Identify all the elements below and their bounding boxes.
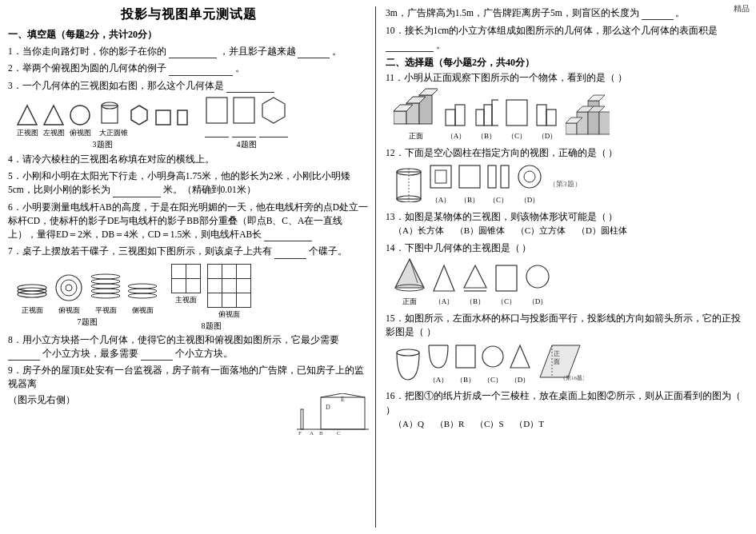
svg-rect-6 bbox=[156, 110, 170, 125]
svg-point-68 bbox=[524, 171, 535, 182]
q7-blank bbox=[274, 248, 306, 259]
q15-c-label: （C） bbox=[482, 375, 504, 386]
svg-rect-56 bbox=[599, 112, 610, 134]
q11-choiceA: （A） bbox=[444, 98, 468, 142]
q4-side-icon bbox=[232, 96, 256, 125]
q1-blank2 bbox=[298, 47, 330, 58]
svg-point-19 bbox=[91, 284, 120, 289]
hexagon-icon bbox=[128, 104, 150, 126]
q14-b-icon bbox=[462, 264, 488, 293]
svg-marker-72 bbox=[434, 265, 454, 291]
q3-figures: 正视图 左视图 俯视图 大正圆锥 3题图 bbox=[16, 101, 189, 150]
q15-d-icon bbox=[509, 342, 531, 371]
svg-rect-62 bbox=[430, 165, 451, 188]
q14-choiceC: （C） bbox=[494, 264, 518, 308]
svg-text:A: A bbox=[310, 430, 314, 436]
svg-marker-10 bbox=[262, 98, 285, 123]
q7-right-icon bbox=[126, 262, 158, 302]
svg-point-2 bbox=[70, 106, 90, 125]
triangle1-icon bbox=[16, 104, 38, 126]
svg-marker-69 bbox=[395, 259, 424, 288]
q15-d-label: （D） bbox=[509, 375, 531, 386]
q11-b-label: （B） bbox=[474, 131, 498, 142]
svg-rect-75 bbox=[496, 265, 517, 291]
svg-rect-50 bbox=[566, 123, 577, 134]
svg-marker-55 bbox=[588, 95, 605, 101]
right-column: 3m，广告牌高为1.5m，广告牌距离房子5m，则盲区的长度为 。 10．接长为1… bbox=[382, 6, 748, 528]
q7-figures: 正视面 俯视面 bbox=[16, 262, 158, 328]
q7-caption: 7题图 bbox=[16, 317, 158, 328]
q14-pyramid-icon bbox=[394, 257, 426, 293]
svg-rect-48 bbox=[537, 105, 546, 126]
circle-icon bbox=[69, 104, 91, 126]
q8-blank2 bbox=[141, 349, 173, 361]
q1-text: 1．当你走向路灯时，你的影子在你的 bbox=[8, 46, 166, 56]
q4-top-icon bbox=[259, 96, 288, 125]
svg-line-26 bbox=[321, 393, 342, 397]
q9-right-blank bbox=[642, 9, 674, 20]
q14-b-label: （B） bbox=[462, 297, 488, 308]
svg-point-21 bbox=[91, 274, 120, 279]
svg-marker-5 bbox=[131, 106, 147, 125]
svg-point-24 bbox=[128, 284, 157, 289]
page-title-display: 投影与视图单元测试题 bbox=[8, 6, 369, 23]
svg-rect-9 bbox=[234, 98, 254, 123]
question-6: 6．小明要测量电线杆AB的高度，于是在阳光明媚的一天，他在电线杆旁的点D处立一标… bbox=[8, 201, 369, 242]
q14-choiceB: （B） bbox=[462, 264, 488, 308]
svg-text:F: F bbox=[298, 430, 302, 436]
question-9: 9．房子外的屋顶E处安有一台监视器，房子前有一面落地的广告牌，已知房子上的监视器… bbox=[8, 364, 369, 437]
svg-point-16 bbox=[66, 285, 72, 291]
q12-c-icon bbox=[486, 162, 510, 191]
svg-rect-65 bbox=[488, 165, 496, 188]
rect2-icon bbox=[176, 109, 189, 126]
question-11: 11．小明从正面观察下图所示的一个物体，看到的是（ ） 正面 bbox=[386, 71, 748, 142]
top-right-label: 精品 bbox=[734, 3, 750, 14]
q11-c-icon bbox=[505, 98, 529, 127]
q15-choiceC: （C） bbox=[482, 342, 504, 386]
svg-rect-49 bbox=[546, 110, 556, 126]
svg-point-23 bbox=[128, 289, 157, 293]
svg-rect-79 bbox=[456, 345, 475, 368]
q12-cylinder-fig bbox=[394, 167, 424, 206]
question-15: 15．如图所示，左面水杯的杯口与投影面平行，投影线的方向如箭头所示，它的正投影图… bbox=[386, 312, 748, 386]
svg-marker-1 bbox=[44, 106, 63, 125]
q11-d-icon bbox=[535, 98, 559, 127]
svg-line-27 bbox=[342, 393, 365, 397]
question-5: 5．小刚和小明在太阳光下行走，小明身高1.75米，他的影长为2米，小刚比小明矮5… bbox=[8, 169, 369, 197]
svg-rect-47 bbox=[506, 100, 527, 126]
svg-text:B: B bbox=[319, 430, 323, 436]
q8-top-table bbox=[207, 264, 251, 308]
question-13: 13．如图是某物体的三视图，则该物体形状可能是（ ） （A）长方体 （B）圆锥体… bbox=[386, 210, 748, 237]
q11-c-label: （C） bbox=[505, 131, 529, 142]
svg-rect-66 bbox=[501, 165, 509, 188]
left-column: 投影与视图单元测试题 一、填空题（每题2分，共计20分） 1．当你走向路灯时，你… bbox=[8, 6, 376, 528]
question-3: 3．一个几何体的三视图如右图，那么这个几何体是 bbox=[8, 79, 369, 93]
prism-icon bbox=[95, 101, 124, 126]
q12-a-icon bbox=[429, 162, 453, 191]
q9-cont: 3m，广告牌高为1.5m，广告牌距离房子5m，则盲区的长度为 。 bbox=[386, 6, 748, 20]
svg-point-67 bbox=[518, 165, 541, 188]
svg-rect-8 bbox=[206, 98, 227, 123]
q15-b-icon bbox=[454, 342, 477, 371]
svg-marker-81 bbox=[510, 345, 530, 368]
svg-point-15 bbox=[61, 280, 77, 296]
svg-point-14 bbox=[56, 275, 82, 301]
svg-text:E: E bbox=[341, 396, 345, 403]
q7-top-icon bbox=[53, 273, 85, 302]
q5-blank bbox=[113, 186, 161, 197]
q3-label3: 俯视图 bbox=[69, 128, 91, 138]
q3-caption: 3题图 bbox=[16, 139, 189, 150]
section2-header: 二、选择题（每小题2分，共40分） bbox=[386, 56, 748, 70]
q14-a-icon bbox=[432, 264, 456, 293]
question-4: 4．请冷六棱柱的三视图名称填在对应的横线上。 bbox=[8, 153, 369, 166]
q14-choiceD: （D） bbox=[525, 264, 550, 308]
q8-front-label: 主视面 bbox=[171, 295, 201, 305]
q14-pyramid: 正面 bbox=[394, 257, 426, 308]
q4-front-icon bbox=[205, 96, 229, 125]
q12-cyl-icon bbox=[394, 167, 424, 202]
svg-rect-36 bbox=[394, 111, 406, 124]
q1-mid: ，并且影子越来越 bbox=[219, 46, 296, 56]
svg-point-22 bbox=[128, 293, 157, 298]
q14-a-label: （A） bbox=[432, 297, 456, 308]
svg-point-77 bbox=[397, 349, 419, 356]
